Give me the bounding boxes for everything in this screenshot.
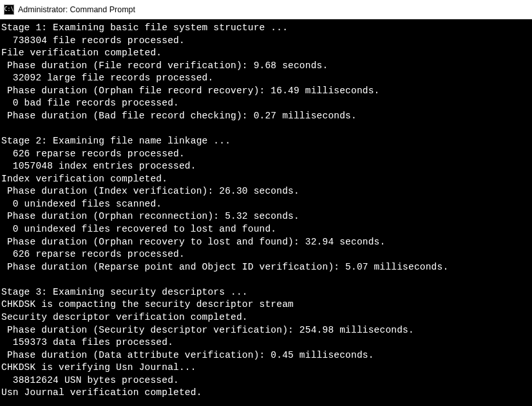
window-title: Administrator: Command Prompt	[18, 5, 135, 14]
window-titlebar[interactable]: C:\ Administrator: Command Prompt	[0, 0, 532, 19]
terminal-output[interactable]: Stage 1: Examining basic file system str…	[0, 19, 532, 406]
cmd-icon: C:\	[4, 5, 14, 15]
